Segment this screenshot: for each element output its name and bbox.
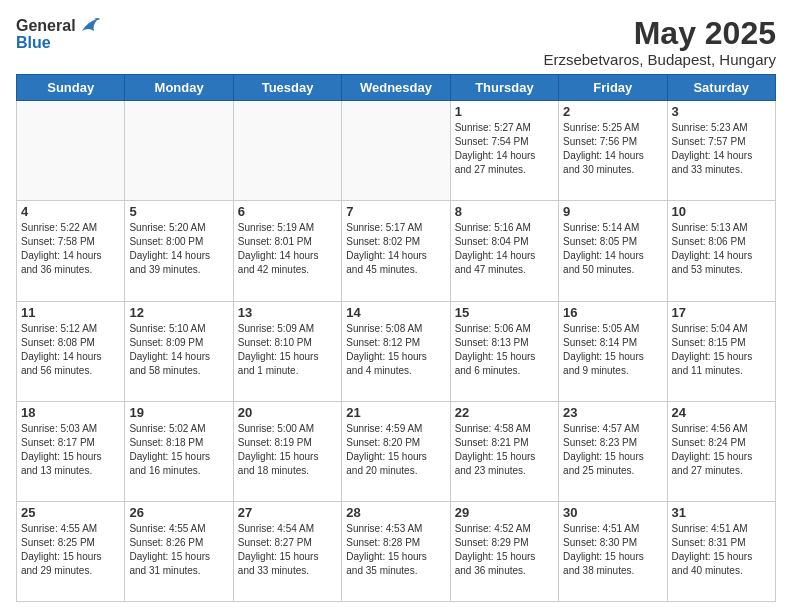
- day-info: Sunrise: 5:16 AM Sunset: 8:04 PM Dayligh…: [455, 221, 554, 277]
- day-info: Sunrise: 4:54 AM Sunset: 8:27 PM Dayligh…: [238, 522, 337, 578]
- day-info: Sunrise: 5:10 AM Sunset: 8:09 PM Dayligh…: [129, 322, 228, 378]
- day-number: 25: [21, 505, 120, 520]
- day-info: Sunrise: 4:53 AM Sunset: 8:28 PM Dayligh…: [346, 522, 445, 578]
- day-number: 1: [455, 104, 554, 119]
- calendar-cell: 10Sunrise: 5:13 AM Sunset: 8:06 PM Dayli…: [667, 201, 775, 301]
- calendar-cell: 23Sunrise: 4:57 AM Sunset: 8:23 PM Dayli…: [559, 401, 667, 501]
- day-number: 18: [21, 405, 120, 420]
- calendar-cell: 13Sunrise: 5:09 AM Sunset: 8:10 PM Dayli…: [233, 301, 341, 401]
- calendar-cell: 30Sunrise: 4:51 AM Sunset: 8:30 PM Dayli…: [559, 501, 667, 601]
- calendar-week-3: 11Sunrise: 5:12 AM Sunset: 8:08 PM Dayli…: [17, 301, 776, 401]
- calendar-cell: 29Sunrise: 4:52 AM Sunset: 8:29 PM Dayli…: [450, 501, 558, 601]
- calendar-cell: 3Sunrise: 5:23 AM Sunset: 7:57 PM Daylig…: [667, 101, 775, 201]
- calendar-cell: 1Sunrise: 5:27 AM Sunset: 7:54 PM Daylig…: [450, 101, 558, 201]
- day-header-sunday: Sunday: [17, 75, 125, 101]
- header: General Blue May 2025 Erzsebetvaros, Bud…: [16, 16, 776, 68]
- day-info: Sunrise: 5:09 AM Sunset: 8:10 PM Dayligh…: [238, 322, 337, 378]
- day-number: 4: [21, 204, 120, 219]
- logo: General Blue: [16, 16, 100, 52]
- day-info: Sunrise: 4:55 AM Sunset: 8:26 PM Dayligh…: [129, 522, 228, 578]
- day-number: 17: [672, 305, 771, 320]
- day-header-wednesday: Wednesday: [342, 75, 450, 101]
- day-info: Sunrise: 5:06 AM Sunset: 8:13 PM Dayligh…: [455, 322, 554, 378]
- day-info: Sunrise: 4:58 AM Sunset: 8:21 PM Dayligh…: [455, 422, 554, 478]
- day-info: Sunrise: 5:22 AM Sunset: 7:58 PM Dayligh…: [21, 221, 120, 277]
- calendar-cell: 19Sunrise: 5:02 AM Sunset: 8:18 PM Dayli…: [125, 401, 233, 501]
- day-number: 29: [455, 505, 554, 520]
- title-block: May 2025 Erzsebetvaros, Budapest, Hungar…: [543, 16, 776, 68]
- calendar-cell: 22Sunrise: 4:58 AM Sunset: 8:21 PM Dayli…: [450, 401, 558, 501]
- day-number: 21: [346, 405, 445, 420]
- calendar-cell: [233, 101, 341, 201]
- day-number: 2: [563, 104, 662, 119]
- day-info: Sunrise: 5:12 AM Sunset: 8:08 PM Dayligh…: [21, 322, 120, 378]
- day-info: Sunrise: 5:27 AM Sunset: 7:54 PM Dayligh…: [455, 121, 554, 177]
- calendar-cell: 31Sunrise: 4:51 AM Sunset: 8:31 PM Dayli…: [667, 501, 775, 601]
- day-number: 13: [238, 305, 337, 320]
- day-number: 22: [455, 405, 554, 420]
- day-info: Sunrise: 5:05 AM Sunset: 8:14 PM Dayligh…: [563, 322, 662, 378]
- day-number: 6: [238, 204, 337, 219]
- calendar-cell: 18Sunrise: 5:03 AM Sunset: 8:17 PM Dayli…: [17, 401, 125, 501]
- calendar-week-5: 25Sunrise: 4:55 AM Sunset: 8:25 PM Dayli…: [17, 501, 776, 601]
- day-number: 3: [672, 104, 771, 119]
- day-number: 8: [455, 204, 554, 219]
- day-info: Sunrise: 5:19 AM Sunset: 8:01 PM Dayligh…: [238, 221, 337, 277]
- calendar-header-row: SundayMondayTuesdayWednesdayThursdayFrid…: [17, 75, 776, 101]
- day-header-friday: Friday: [559, 75, 667, 101]
- calendar-cell: 2Sunrise: 5:25 AM Sunset: 7:56 PM Daylig…: [559, 101, 667, 201]
- calendar-cell: 15Sunrise: 5:06 AM Sunset: 8:13 PM Dayli…: [450, 301, 558, 401]
- day-info: Sunrise: 5:20 AM Sunset: 8:00 PM Dayligh…: [129, 221, 228, 277]
- day-number: 31: [672, 505, 771, 520]
- day-info: Sunrise: 5:03 AM Sunset: 8:17 PM Dayligh…: [21, 422, 120, 478]
- day-info: Sunrise: 5:08 AM Sunset: 8:12 PM Dayligh…: [346, 322, 445, 378]
- page: General Blue May 2025 Erzsebetvaros, Bud…: [0, 0, 792, 612]
- calendar-cell: 4Sunrise: 5:22 AM Sunset: 7:58 PM Daylig…: [17, 201, 125, 301]
- day-info: Sunrise: 5:23 AM Sunset: 7:57 PM Dayligh…: [672, 121, 771, 177]
- calendar-cell: 7Sunrise: 5:17 AM Sunset: 8:02 PM Daylig…: [342, 201, 450, 301]
- calendar-week-2: 4Sunrise: 5:22 AM Sunset: 7:58 PM Daylig…: [17, 201, 776, 301]
- calendar-cell: [17, 101, 125, 201]
- calendar-week-4: 18Sunrise: 5:03 AM Sunset: 8:17 PM Dayli…: [17, 401, 776, 501]
- day-number: 26: [129, 505, 228, 520]
- calendar-cell: 27Sunrise: 4:54 AM Sunset: 8:27 PM Dayli…: [233, 501, 341, 601]
- day-number: 12: [129, 305, 228, 320]
- day-number: 15: [455, 305, 554, 320]
- calendar-cell: 12Sunrise: 5:10 AM Sunset: 8:09 PM Dayli…: [125, 301, 233, 401]
- calendar-cell: 26Sunrise: 4:55 AM Sunset: 8:26 PM Dayli…: [125, 501, 233, 601]
- day-info: Sunrise: 5:04 AM Sunset: 8:15 PM Dayligh…: [672, 322, 771, 378]
- day-info: Sunrise: 4:57 AM Sunset: 8:23 PM Dayligh…: [563, 422, 662, 478]
- calendar-cell: 21Sunrise: 4:59 AM Sunset: 8:20 PM Dayli…: [342, 401, 450, 501]
- day-header-tuesday: Tuesday: [233, 75, 341, 101]
- calendar-cell: 24Sunrise: 4:56 AM Sunset: 8:24 PM Dayli…: [667, 401, 775, 501]
- location-subtitle: Erzsebetvaros, Budapest, Hungary: [543, 51, 776, 68]
- calendar-cell: [125, 101, 233, 201]
- calendar-cell: [342, 101, 450, 201]
- day-number: 23: [563, 405, 662, 420]
- calendar-cell: 11Sunrise: 5:12 AM Sunset: 8:08 PM Dayli…: [17, 301, 125, 401]
- day-number: 27: [238, 505, 337, 520]
- calendar-cell: 28Sunrise: 4:53 AM Sunset: 8:28 PM Dayli…: [342, 501, 450, 601]
- calendar-week-1: 1Sunrise: 5:27 AM Sunset: 7:54 PM Daylig…: [17, 101, 776, 201]
- calendar-cell: 5Sunrise: 5:20 AM Sunset: 8:00 PM Daylig…: [125, 201, 233, 301]
- calendar-cell: 17Sunrise: 5:04 AM Sunset: 8:15 PM Dayli…: [667, 301, 775, 401]
- day-number: 14: [346, 305, 445, 320]
- day-info: Sunrise: 4:51 AM Sunset: 8:31 PM Dayligh…: [672, 522, 771, 578]
- day-number: 16: [563, 305, 662, 320]
- day-info: Sunrise: 4:56 AM Sunset: 8:24 PM Dayligh…: [672, 422, 771, 478]
- day-info: Sunrise: 4:51 AM Sunset: 8:30 PM Dayligh…: [563, 522, 662, 578]
- day-number: 20: [238, 405, 337, 420]
- calendar-table: SundayMondayTuesdayWednesdayThursdayFrid…: [16, 74, 776, 602]
- day-number: 28: [346, 505, 445, 520]
- calendar-cell: 20Sunrise: 5:00 AM Sunset: 8:19 PM Dayli…: [233, 401, 341, 501]
- day-number: 24: [672, 405, 771, 420]
- day-number: 10: [672, 204, 771, 219]
- calendar-cell: 9Sunrise: 5:14 AM Sunset: 8:05 PM Daylig…: [559, 201, 667, 301]
- day-number: 30: [563, 505, 662, 520]
- day-number: 5: [129, 204, 228, 219]
- calendar-cell: 16Sunrise: 5:05 AM Sunset: 8:14 PM Dayli…: [559, 301, 667, 401]
- calendar-cell: 6Sunrise: 5:19 AM Sunset: 8:01 PM Daylig…: [233, 201, 341, 301]
- day-header-thursday: Thursday: [450, 75, 558, 101]
- calendar-cell: 8Sunrise: 5:16 AM Sunset: 8:04 PM Daylig…: [450, 201, 558, 301]
- day-number: 11: [21, 305, 120, 320]
